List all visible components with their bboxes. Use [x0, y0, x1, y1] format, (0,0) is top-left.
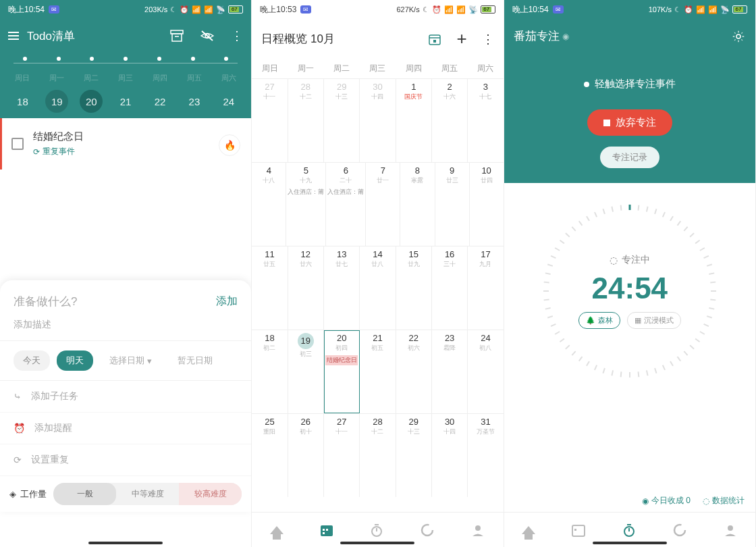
calendar-cell[interactable]: 19初三 — [288, 330, 324, 413]
calendar-cell[interactable]: 18初二 — [252, 330, 288, 413]
calendar-cell[interactable]: 17九月 — [468, 246, 503, 330]
calendar-cell[interactable]: 2十六 — [432, 79, 468, 162]
date-cell[interactable]: 24 — [217, 90, 240, 113]
timer-display: 24:54 — [592, 271, 668, 305]
set-repeat[interactable]: ⟳设置重复 — [0, 444, 251, 476]
add-icon[interactable]: + — [456, 28, 466, 49]
stats-row: ◉今日收成 0 ◌数据统计 — [642, 495, 745, 506]
calendar-cell[interactable]: 7廿一 — [366, 163, 400, 246]
calendar-cell[interactable]: 29十三 — [396, 414, 432, 497]
calendar-cell[interactable]: 27十一 — [324, 414, 360, 497]
calendar-cell[interactable]: 1国庆节 — [396, 79, 432, 162]
calendar-screen: 晚上10:53✉ 627K/s☾⏰📶📶📡67 日程概览 10月 + ⋮ 周日周一… — [252, 0, 504, 547]
calendar-cell[interactable]: 11廿五 — [252, 246, 288, 330]
nav-progress[interactable] — [420, 523, 435, 538]
calendar-cell[interactable]: 8寒露 — [400, 163, 435, 246]
svg-rect-78 — [572, 525, 585, 536]
select-event-hint[interactable]: 轻触选择专注事件 — [504, 78, 755, 90]
nav-timer[interactable] — [622, 523, 637, 538]
calendar-cell[interactable]: 23霜降 — [432, 330, 468, 413]
calendar-cell[interactable]: 28十二 — [288, 79, 324, 162]
calendar-cell[interactable]: 10廿四 — [470, 163, 504, 246]
calendar-month[interactable]: 10月 — [310, 32, 335, 45]
date-cell[interactable]: 21 — [114, 90, 137, 113]
date-cell[interactable]: 23 — [183, 90, 206, 113]
home-indicator — [88, 542, 163, 544]
calendar-title: 日程概览 — [261, 32, 307, 45]
pomodoro-title: 番茄专注 — [514, 28, 560, 44]
status-icon: ◌ — [610, 255, 618, 265]
pomodoro-screen: 晚上10:54✉ 107K/s☾⏰📶📶📡67 番茄专注◉ 轻触选择专注事件 放弃… — [504, 0, 756, 547]
chip-pick-date[interactable]: 选择日期▾ — [100, 350, 161, 371]
calendar-cell[interactable]: 26初十 — [288, 414, 324, 497]
task-input[interactable]: 准备做什么? — [14, 294, 216, 309]
calendar-cell[interactable]: 4十八 — [252, 163, 286, 246]
date-cell[interactable]: 20 — [80, 90, 103, 113]
calendar-cell[interactable]: 14廿八 — [360, 246, 396, 330]
nav-calendar[interactable] — [319, 523, 334, 538]
date-cell[interactable]: 18 — [11, 90, 34, 113]
calendar-cell[interactable]: 30十四 — [432, 414, 468, 497]
nav-profile[interactable] — [470, 523, 485, 538]
nav-progress[interactable] — [672, 523, 687, 538]
date-cell[interactable]: 22 — [148, 90, 171, 113]
calendar-cell[interactable]: 22初六 — [396, 330, 432, 413]
nav-timer[interactable] — [369, 523, 384, 538]
record-button[interactable]: 专注记录 — [600, 147, 659, 168]
calendar-cell[interactable]: 16三十 — [432, 246, 468, 330]
task-checkbox[interactable] — [11, 138, 24, 150]
workload-high[interactable]: 较高难度 — [179, 483, 242, 505]
nav-home[interactable] — [270, 526, 284, 534]
chip-no-date[interactable]: 暂无日期 — [168, 350, 222, 371]
calendar-cell[interactable]: 24初八 — [468, 330, 503, 413]
calendar-cell[interactable]: 21初五 — [360, 330, 396, 413]
nav-home[interactable] — [522, 526, 535, 534]
menu-icon[interactable] — [8, 32, 19, 40]
add-reminder[interactable]: ⏰添加提醒 — [0, 413, 251, 444]
add-subtask[interactable]: ⤷添加子任务 — [0, 381, 251, 413]
message-icon: ✉ — [49, 5, 59, 14]
calendar-cell[interactable]: 28十二 — [360, 414, 396, 497]
workload-normal[interactable]: 一般 — [53, 483, 116, 505]
calendar-cell[interactable]: 12廿六 — [288, 246, 324, 330]
description-input[interactable]: 添加描述 — [0, 319, 251, 341]
status-bar: 晚上10:54✉ 203K/s☾⏰📶📶📡67 — [0, 0, 251, 19]
calendar-cell[interactable]: 27十一 — [252, 79, 288, 162]
calendar-cell[interactable]: 15廿九 — [396, 246, 432, 330]
mode-forest[interactable]: 🌲森林 — [578, 312, 620, 329]
calendar-cell[interactable]: 30十四 — [360, 79, 396, 162]
reminder-icon: ⏰ — [14, 423, 25, 434]
calendar-cell[interactable]: 3十七 — [468, 79, 503, 162]
calendar-cell[interactable]: 29十三 — [324, 79, 360, 162]
chip-today[interactable]: 今天 — [14, 350, 50, 371]
data-stats[interactable]: ◌数据统计 — [703, 495, 745, 506]
nav-calendar[interactable] — [571, 523, 586, 538]
visibility-off-icon[interactable] — [200, 30, 215, 42]
calendar-cell[interactable]: 6二十入住酒店：莆 — [326, 163, 366, 246]
settings-icon[interactable] — [731, 29, 746, 44]
date-cell[interactable]: 19 — [45, 90, 68, 113]
todo-screen: 晚上10:54✉ 203K/s☾⏰📶📶📡67 Todo清单 ⋮ 周日周一周二周三… — [0, 0, 252, 547]
chip-tomorrow[interactable]: 明天 — [57, 350, 93, 371]
task-item[interactable]: 结婚纪念日 ⟳重复事件 🔥 — [0, 118, 251, 170]
calendar-toolbar: 日程概览 10月 + ⋮ — [252, 19, 503, 59]
calendar-cell[interactable]: 13廿七 — [324, 246, 360, 330]
calendar-cell[interactable]: 31万圣节 — [468, 414, 503, 497]
repeat-icon: ⟳ — [14, 454, 22, 465]
svg-point-16 — [475, 525, 481, 531]
archive-icon[interactable] — [170, 30, 184, 42]
calendar-cell[interactable]: 5十九入住酒店：莆 — [286, 163, 326, 246]
mode-immerse[interactable]: ▦沉浸模式 — [627, 312, 681, 329]
help-icon[interactable]: ◉ — [562, 32, 569, 41]
calendar-cell[interactable]: 25重阳 — [252, 414, 288, 497]
abandon-button[interactable]: 放弃专注 — [587, 109, 672, 136]
more-icon[interactable]: ⋮ — [231, 28, 243, 43]
today-icon[interactable] — [428, 32, 441, 46]
workload-medium[interactable]: 中等难度 — [116, 483, 179, 505]
add-button[interactable]: 添加 — [216, 294, 238, 309]
nav-profile[interactable] — [723, 523, 738, 538]
calendar-cell[interactable]: 20初四结婚纪念日 — [324, 330, 360, 413]
more-icon[interactable]: ⋮ — [482, 32, 494, 47]
today-harvest[interactable]: ◉今日收成 0 — [642, 495, 691, 506]
calendar-cell[interactable]: 9廿三 — [435, 163, 470, 246]
